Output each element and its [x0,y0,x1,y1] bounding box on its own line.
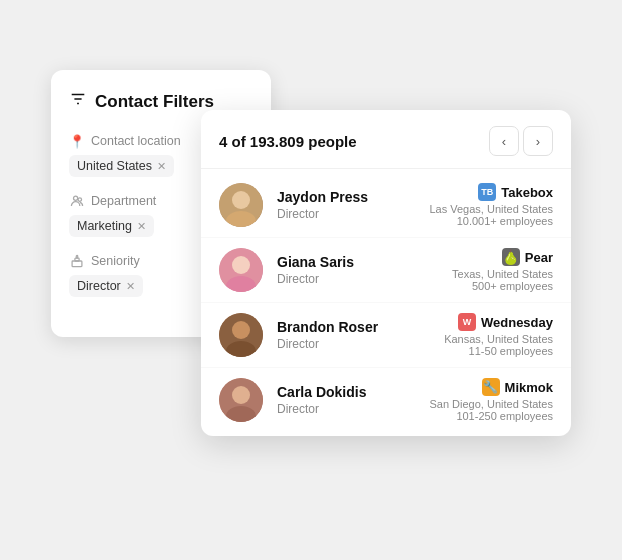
contact-name: Carla Dokidis [277,384,409,400]
svg-point-12 [232,321,250,339]
contact-name: Giana Saris [277,254,409,270]
table-row[interactable]: Jaydon Press Director TB Takebox Las Veg… [201,173,571,238]
svg-point-1 [78,198,82,202]
company-location: Texas, United States [423,268,553,280]
company-size: 500+ employees [423,280,553,292]
company-info: TB Takebox Las Vegas, United States 10.0… [423,183,553,227]
contact-list: Jaydon Press Director TB Takebox Las Veg… [201,169,571,436]
company-location: Las Vegas, United States [423,203,553,215]
seniority-icon [69,253,85,269]
department-icon [69,193,85,209]
results-panel: 4 of 193.809 people ‹ › Jaydon Press [201,110,571,436]
contact-title: Director [277,207,409,221]
svg-point-9 [232,256,250,274]
svg-rect-2 [72,261,82,267]
table-row[interactable]: Brandon Roser Director W Wednesday Kansa… [201,303,571,368]
company-info: 🍐 Pear Texas, United States 500+ employe… [423,248,553,292]
nav-next-button[interactable]: › [523,126,553,156]
company-name: Wednesday [481,315,553,330]
table-row[interactable]: Carla Dokidis Director 🔧 Mikmok San Dieg… [201,368,571,432]
company-size: 10.001+ employees [423,215,553,227]
company-name: Takebox [501,185,553,200]
results-nav: ‹ › [489,126,553,156]
seniority-remove[interactable]: ✕ [126,281,135,292]
contact-info: Jaydon Press Director [277,189,409,221]
table-row[interactable]: Giana Saris Director 🍐 Pear Texas, Unite… [201,238,571,303]
svg-point-15 [232,386,250,404]
contact-name: Jaydon Press [277,189,409,205]
scene: Contact Filters 📍 Contact location Unite… [51,70,571,490]
contact-info: Giana Saris Director [277,254,409,286]
avatar [219,183,263,227]
company-name: Pear [525,250,553,265]
company-logo: W [458,313,476,331]
avatar [219,378,263,422]
svg-point-6 [232,191,250,209]
company-info: 🔧 Mikmok San Diego, United States 101-25… [423,378,553,422]
company-name: Mikmok [505,380,553,395]
contact-info: Carla Dokidis Director [277,384,409,416]
department-tag[interactable]: Marketing ✕ [69,215,154,237]
department-remove[interactable]: ✕ [137,221,146,232]
company-location: San Diego, United States [423,398,553,410]
contact-info: Brandon Roser Director [277,319,409,351]
contact-title: Director [277,272,409,286]
avatar [219,248,263,292]
company-logo: TB [478,183,496,201]
results-count: 4 of 193.809 people [219,133,357,150]
avatar [219,313,263,357]
company-size: 11-50 employees [423,345,553,357]
seniority-tag[interactable]: Director ✕ [69,275,143,297]
nav-prev-button[interactable]: ‹ [489,126,519,156]
company-logo: 🍐 [502,248,520,266]
svg-rect-4 [76,255,77,258]
results-header: 4 of 193.809 people ‹ › [201,110,571,169]
location-icon: 📍 [69,133,85,149]
company-info: W Wednesday Kansas, United States 11-50 … [423,313,553,357]
location-remove[interactable]: ✕ [157,161,166,172]
contact-title: Director [277,402,409,416]
contact-name: Brandon Roser [277,319,409,335]
svg-point-0 [74,196,78,200]
location-tag[interactable]: United States ✕ [69,155,174,177]
company-size: 101-250 employees [423,410,553,422]
company-logo: 🔧 [482,378,500,396]
filters-icon [69,90,87,113]
company-location: Kansas, United States [423,333,553,345]
contact-title: Director [277,337,409,351]
